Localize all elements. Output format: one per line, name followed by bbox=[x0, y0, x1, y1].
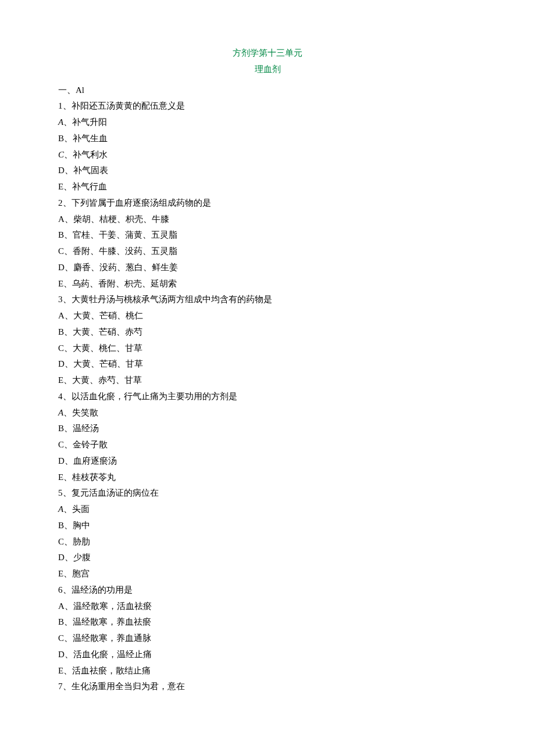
title-line-2: 理血剂 bbox=[58, 62, 477, 78]
question-stem: 1、补阳还五汤黄黄的配伍意义是 bbox=[58, 98, 477, 114]
choice-letter: D bbox=[58, 359, 65, 368]
question-choice: A、柴胡、桔梗、枳壳、牛膝 bbox=[58, 212, 477, 228]
choice-text: 大黄、赤芍、甘草 bbox=[72, 375, 142, 385]
choice-letter: C bbox=[58, 343, 64, 353]
question-choice: D、补气固表 bbox=[58, 163, 477, 179]
section-heading: 一、Al bbox=[58, 83, 477, 99]
question-choice: D、活血化瘀，温经止痛 bbox=[58, 647, 477, 663]
choice-text: 补气固表 bbox=[73, 166, 108, 175]
question-choice: A、失笑散 bbox=[58, 405, 477, 421]
choice-text: 温经散寒，养血通脉 bbox=[73, 633, 151, 643]
choice-text: 官桂、干姜、蒲黄、五灵脂 bbox=[73, 230, 177, 239]
choice-letter: A bbox=[58, 311, 65, 320]
choice-letter: D bbox=[58, 650, 65, 659]
choice-text: 头面 bbox=[72, 504, 90, 514]
question-choice: D、大黄、芒硝、甘草 bbox=[58, 356, 477, 372]
choice-text: 柴胡、桔梗、枳壳、牛膝 bbox=[73, 214, 169, 224]
question-choice: A、头面 bbox=[58, 501, 477, 518]
question-choice: E、活血祛瘀，散结止痛 bbox=[58, 663, 477, 679]
choice-text: 补气生血 bbox=[73, 134, 108, 143]
question-choice: D、麝香、没药、葱白、鲜生姜 bbox=[58, 260, 477, 276]
choice-letter: C bbox=[58, 150, 64, 159]
question-choice: B、温经散寒，养血祛瘀 bbox=[58, 614, 477, 630]
choice-text: 温经散寒，活血祛瘀 bbox=[73, 601, 152, 611]
document-title: 方剂学第十三单元 理血剂 bbox=[58, 45, 477, 78]
question-stem: 7、生化汤重用全当归为君，意在 bbox=[58, 679, 477, 695]
choice-letter: B bbox=[58, 521, 64, 530]
choice-letter: C bbox=[58, 246, 64, 256]
question-choice: D、血府逐瘀汤 bbox=[58, 453, 477, 470]
choice-text: 少腹 bbox=[73, 553, 91, 562]
choice-text: 胁肋 bbox=[73, 537, 90, 546]
choice-text: 香附、牛膝、没药、五灵脂 bbox=[73, 246, 177, 256]
choice-letter: E bbox=[58, 375, 63, 385]
choice-letter: D bbox=[58, 166, 65, 175]
question-choice: E、胞宫 bbox=[58, 566, 477, 582]
choice-letter: B bbox=[58, 230, 64, 239]
choice-letter: C bbox=[58, 633, 64, 643]
question-choice: C、胁肋 bbox=[58, 534, 477, 550]
questions-container: 1、补阳还五汤黄黄的配伍意义是A、补气升阳B、补气生血C、补气利水D、补气固表E… bbox=[58, 98, 477, 695]
choice-letter: D bbox=[58, 263, 65, 272]
choice-text: 血府逐瘀汤 bbox=[73, 456, 117, 465]
question-choice: A、大黄、芒硝、桃仁 bbox=[58, 308, 477, 324]
question-stem: 4、以活血化瘀，行气止痛为主要功用的方剂是 bbox=[58, 389, 477, 405]
question-stem: 6、温经汤的功用是 bbox=[58, 582, 477, 599]
choice-text: 大黄、芒硝、赤芍 bbox=[73, 327, 142, 336]
question-stem: 5、复元活血汤证的病位在 bbox=[58, 485, 477, 501]
choice-text: 补气利水 bbox=[73, 150, 108, 159]
question-stem: 2、下列皆属于血府逐瘀汤组成药物的是 bbox=[58, 195, 477, 212]
question-choice: B、大黄、芒硝、赤芍 bbox=[58, 324, 477, 341]
question-choice: C、香附、牛膝、没药、五灵脂 bbox=[58, 243, 477, 260]
question-choice: E、桂枝茯苓丸 bbox=[58, 470, 477, 486]
question-choice: A、温经散寒，活血祛瘀 bbox=[58, 599, 477, 615]
choice-text: 大黄、芒硝、桃仁 bbox=[73, 311, 143, 320]
choice-text: 胞宫 bbox=[72, 569, 90, 578]
choice-text: 失笑散 bbox=[72, 408, 98, 417]
question-choice: B、温经汤 bbox=[58, 421, 477, 437]
question-choice: E、乌药、香附、枳壳、延胡索 bbox=[58, 276, 477, 292]
question-choice: B、官桂、干姜、蒲黄、五灵脂 bbox=[58, 227, 477, 243]
choice-letter: E bbox=[58, 472, 63, 482]
choice-letter: E bbox=[58, 182, 63, 191]
choice-text: 麝香、没药、葱白、鲜生姜 bbox=[73, 263, 178, 272]
question-stem: 3、大黄牡丹汤与桃核承气汤两方组成中均含有的药物是 bbox=[58, 292, 477, 308]
question-choice: B、补气生血 bbox=[58, 131, 477, 147]
question-choice: E、大黄、赤芍、甘草 bbox=[58, 372, 477, 389]
choice-letter: A bbox=[58, 117, 63, 127]
question-choice: A、补气升阳 bbox=[58, 114, 477, 131]
choice-letter: E bbox=[58, 279, 63, 288]
choice-letter: D bbox=[58, 456, 65, 465]
choice-text: 金铃子散 bbox=[73, 440, 108, 449]
question-choice: E、补气行血 bbox=[58, 179, 477, 195]
choice-letter: B bbox=[58, 617, 64, 626]
choice-letter: A bbox=[58, 504, 63, 514]
choice-text: 乌药、香附、枳壳、延胡索 bbox=[72, 279, 177, 288]
choice-text: 温经散寒，养血祛瘀 bbox=[73, 617, 151, 626]
question-choice: C、金铃子散 bbox=[58, 437, 477, 453]
choice-text: 桂枝茯苓丸 bbox=[72, 472, 116, 482]
choice-letter: E bbox=[58, 666, 63, 675]
choice-letter: B bbox=[58, 327, 64, 336]
title-line-1: 方剂学第十三单元 bbox=[58, 45, 477, 62]
choice-letter: B bbox=[58, 424, 64, 433]
choice-letter: A bbox=[58, 408, 63, 417]
question-choice: C、大黄、桃仁、甘草 bbox=[58, 341, 477, 357]
question-choice: C、温经散寒，养血通脉 bbox=[58, 630, 477, 647]
question-choice: B、胸中 bbox=[58, 518, 477, 534]
choice-text: 活血化瘀，温经止痛 bbox=[73, 650, 152, 659]
choice-letter: B bbox=[58, 134, 64, 143]
choice-text: 大黄、芒硝、甘草 bbox=[73, 359, 143, 368]
choice-letter: A bbox=[58, 601, 65, 611]
choice-text: 胸中 bbox=[73, 521, 90, 530]
choice-letter: D bbox=[58, 553, 65, 562]
question-choice: C、补气利水 bbox=[58, 147, 477, 163]
choice-letter: A bbox=[58, 214, 65, 224]
choice-text: 活血祛瘀，散结止痛 bbox=[72, 666, 151, 675]
choice-text: 补气行血 bbox=[72, 182, 107, 191]
choice-text: 大黄、桃仁、甘草 bbox=[73, 343, 142, 353]
question-choice: D、少腹 bbox=[58, 550, 477, 566]
choice-text: 温经汤 bbox=[73, 424, 99, 433]
choice-text: 补气升阳 bbox=[72, 117, 107, 127]
choice-letter: C bbox=[58, 537, 64, 546]
